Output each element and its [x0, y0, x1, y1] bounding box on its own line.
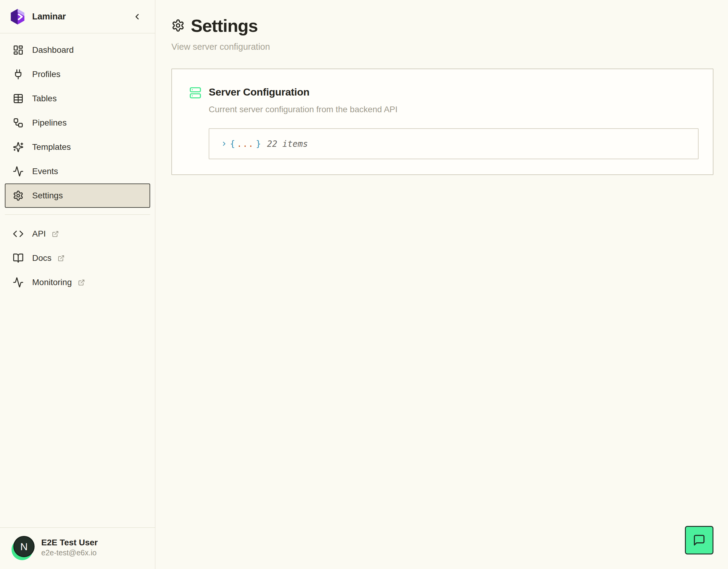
json-ellipsis[interactable]: ...	[237, 139, 254, 149]
chevron-left-icon	[133, 12, 142, 21]
code-icon	[13, 228, 24, 239]
sidebar-item-label: Events	[32, 167, 58, 176]
user-info: E2E Test User e2e-test@e6x.io	[41, 537, 98, 558]
sidebar-item-settings[interactable]: Settings	[5, 183, 150, 208]
card-header: Server Configuration Current server conf…	[189, 86, 698, 114]
sidebar-item-docs[interactable]: Docs	[5, 246, 150, 270]
workflow-icon	[13, 117, 24, 128]
app-title: Laminar	[32, 12, 66, 22]
sidebar-item-profiles[interactable]: Profiles	[5, 62, 150, 86]
sidebar-divider	[5, 214, 150, 215]
card-header-text: Server Configuration Current server conf…	[209, 86, 398, 114]
activity-icon	[13, 277, 24, 288]
external-link-icon	[58, 255, 65, 262]
chat-button[interactable]	[685, 526, 713, 554]
sidebar-item-pipelines[interactable]: Pipelines	[5, 111, 150, 135]
json-open-brace: {	[230, 139, 235, 149]
avatar: N	[12, 535, 35, 560]
chevron-right-icon[interactable]	[221, 140, 227, 147]
external-link-icon	[52, 231, 59, 237]
gear-icon	[171, 19, 185, 32]
sidebar-item-label: Docs	[32, 253, 52, 263]
card-subtitle: Current server configuration from the ba…	[209, 105, 398, 114]
user-card[interactable]: N E2E Test User e2e-test@e6x.io	[0, 527, 155, 569]
json-close-brace: }	[256, 139, 261, 149]
message-square-icon	[693, 534, 706, 547]
sidebar-header: Laminar	[0, 0, 155, 33]
user-email: e2e-test@e6x.io	[41, 548, 98, 558]
card-title: Server Configuration	[209, 86, 398, 98]
page-title: Settings	[191, 15, 258, 36]
sidebar-item-label: Templates	[32, 142, 71, 152]
page-subtitle: View server configuration	[171, 42, 713, 52]
sidebar-item-events[interactable]: Events	[5, 159, 150, 183]
sidebar-collapse-button[interactable]	[131, 11, 143, 22]
gear-icon	[13, 190, 24, 201]
sidebar-item-label: Settings	[32, 191, 63, 200]
json-root-row[interactable]: { ... } 22 items	[221, 139, 308, 149]
dashboard-icon	[13, 45, 24, 56]
book-open-icon	[13, 253, 24, 264]
avatar-initial: N	[13, 536, 35, 557]
page-heading: Settings	[171, 13, 713, 38]
sidebar-nav: Dashboard Profiles Tables Pipelines Temp…	[0, 33, 155, 527]
json-items-count: 22 items	[267, 139, 308, 149]
server-icon	[189, 87, 201, 99]
sidebar-item-label: API	[32, 229, 46, 239]
sidebar-item-tables[interactable]: Tables	[5, 86, 150, 111]
sidebar-item-api[interactable]: API	[5, 222, 150, 246]
external-link-icon	[78, 279, 85, 286]
user-name: E2E Test User	[41, 537, 98, 548]
sidebar-item-templates[interactable]: Templates	[5, 135, 150, 159]
main-content: Settings View server configuration Serve…	[155, 0, 728, 569]
sidebar: Laminar Dashboard Profiles Tables Pipeli…	[0, 0, 155, 569]
sidebar-item-label: Tables	[32, 94, 57, 103]
sidebar-item-label: Dashboard	[32, 45, 74, 55]
server-configuration-card: Server Configuration Current server conf…	[171, 69, 713, 175]
sidebar-item-label: Monitoring	[32, 278, 72, 287]
sidebar-item-label: Profiles	[32, 69, 60, 79]
sidebar-item-monitoring[interactable]: Monitoring	[5, 270, 150, 295]
sidebar-item-dashboard[interactable]: Dashboard	[5, 38, 150, 62]
json-viewer: { ... } 22 items	[209, 128, 699, 159]
laminar-logo-icon	[9, 8, 26, 25]
sidebar-item-label: Pipelines	[32, 118, 67, 128]
plug-icon	[13, 69, 24, 80]
activity-icon	[13, 166, 24, 177]
sparkles-icon	[13, 142, 24, 153]
table-icon	[13, 93, 24, 104]
